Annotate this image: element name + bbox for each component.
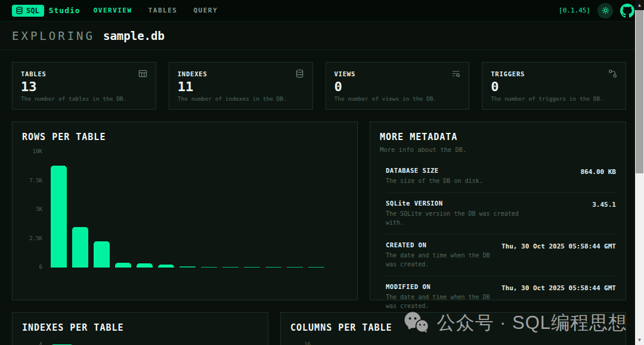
scrollbar-down-arrow[interactable]: ▼ xyxy=(635,335,644,345)
stat-cards-row: TABLES 13 The number of tables in the DB… xyxy=(12,62,626,110)
y-tick-label: 2.5K xyxy=(22,235,42,241)
chart-bar[interactable] xyxy=(265,267,281,268)
metadata-row-value: 3.45.1 xyxy=(592,200,616,227)
app-logo[interactable]: SQL Studio xyxy=(12,5,80,17)
list-search-icon xyxy=(451,69,460,78)
y-tick-label: 10K xyxy=(22,148,42,154)
rows-per-table-plot xyxy=(51,152,344,268)
top-nav: SQL Studio OVERVIEW TABLES QUERY [0.1.45… xyxy=(0,0,644,21)
nav-right: [0.1.45] xyxy=(559,3,634,18)
y-tick-label: 7.5K xyxy=(22,178,42,184)
chart-bar[interactable] xyxy=(201,267,217,268)
metadata-rows: DATABASE SIZE The size of the DB on disk… xyxy=(380,160,616,318)
metadata-row-desc: The date and time when the DB was create… xyxy=(386,293,491,310)
metadata-row-modified-on: MODIFIED ON The date and time when the D… xyxy=(386,276,616,318)
chart-bar[interactable] xyxy=(308,267,324,268)
scrollbar-up-arrow[interactable]: ▲ xyxy=(635,0,644,10)
chart-bar[interactable] xyxy=(137,263,153,268)
y-tick-label: 5K xyxy=(22,206,42,212)
rows-per-table-chart: 10K7.5K5K2.5K0 xyxy=(22,152,348,279)
chart-bar[interactable] xyxy=(179,266,196,268)
metadata-row-label: CREATED ON xyxy=(386,241,491,248)
stat-label: TRIGGERS xyxy=(491,70,525,77)
chart-bar[interactable] xyxy=(115,263,131,268)
brand-name: Studio xyxy=(49,6,80,15)
y-tick-label: 4 xyxy=(22,341,42,345)
chart-bar[interactable] xyxy=(72,227,88,268)
scrollbar-thumb[interactable] xyxy=(636,10,643,173)
chart-bar[interactable] xyxy=(244,267,260,268)
metadata-row-created-on: CREATED ON The date and time when the DB… xyxy=(386,235,616,276)
stat-card-tables: TABLES 13 The number of tables in the DB… xyxy=(12,62,156,110)
rows-per-table-card: ROWS PER TABLE 10K7.5K5K2.5K0 xyxy=(12,122,358,300)
chart-bar[interactable] xyxy=(158,265,174,268)
github-link[interactable] xyxy=(620,4,634,18)
stat-desc: The number of indexes in the DB. xyxy=(178,95,304,102)
columns-per-table-chart: 16 xyxy=(290,341,616,345)
y-tick-label: 0 xyxy=(22,264,42,270)
indexes-per-table-chart: 4 xyxy=(22,341,258,345)
stat-value: 0 xyxy=(335,80,461,94)
metadata-row-value: Thu, 30 Oct 2025 05:58:44 GMT xyxy=(501,283,616,310)
stat-desc: The number of triggers in the DB. xyxy=(491,95,617,102)
db-name: sample.db xyxy=(103,29,165,42)
metadata-row-value: Thu, 30 Oct 2025 05:58:44 GMT xyxy=(501,241,616,269)
brand-badge-label: SQL xyxy=(26,7,39,15)
metadata-row-value: 864.00 KB xyxy=(580,167,616,185)
chart-title: INDEXES PER TABLE xyxy=(22,322,258,333)
metadata-row-desc: The size of the DB on disk. xyxy=(386,176,483,185)
metadata-title: MORE METADATA xyxy=(380,132,616,142)
nav-links: OVERVIEW TABLES QUERY xyxy=(94,7,218,14)
stat-label: VIEWS xyxy=(335,70,356,77)
stat-card-triggers: TRIGGERS 0 The number of triggers in the… xyxy=(482,62,626,110)
stat-card-views: VIEWS 0 The number of views in the DB. xyxy=(326,62,470,110)
metadata-subtitle: More info about the DB. xyxy=(380,146,616,153)
chart-title: ROWS PER TABLE xyxy=(22,132,348,142)
chart-bar[interactable] xyxy=(222,267,239,268)
vertical-scrollbar[interactable]: ▲ ▼ xyxy=(635,0,644,345)
chart-bar[interactable] xyxy=(94,241,110,268)
stat-label: INDEXES xyxy=(178,70,208,77)
chart-bar[interactable] xyxy=(287,267,303,268)
workflow-icon xyxy=(608,69,617,78)
theme-toggle-button[interactable] xyxy=(597,3,613,18)
database-icon xyxy=(16,7,23,14)
metadata-row-sqlite-version: SQLite VERSION The SQLite version the DB… xyxy=(386,193,616,235)
rows-per-table-yaxis: 10K7.5K5K2.5K0 xyxy=(22,152,42,268)
page-title: EXPLORING sample.db xyxy=(0,21,644,50)
stat-value: 0 xyxy=(491,80,617,94)
page-title-eyebrow: EXPLORING xyxy=(12,29,95,42)
version-label: [0.1.45] xyxy=(559,7,590,14)
database-icon xyxy=(295,69,304,78)
nav-item-overview[interactable]: OVERVIEW xyxy=(94,7,132,14)
table-icon xyxy=(138,69,147,78)
metadata-row-database-size: DATABASE SIZE The size of the DB on disk… xyxy=(386,160,616,193)
metadata-row-label: SQLite VERSION xyxy=(386,200,529,207)
metadata-row-label: DATABASE SIZE xyxy=(386,167,483,174)
metadata-row-label: MODIFIED ON xyxy=(386,283,491,290)
columns-per-table-card: COLUMNS PER TABLE 16 xyxy=(280,312,626,345)
chart-bar[interactable] xyxy=(51,166,67,268)
metadata-row-desc: The date and time when the DB was create… xyxy=(386,251,491,269)
sql-badge: SQL xyxy=(12,5,44,17)
stat-desc: The number of tables in the DB. xyxy=(21,95,147,102)
sun-icon xyxy=(602,7,609,14)
y-tick-label: 16 xyxy=(290,341,311,345)
chart-title: COLUMNS PER TABLE xyxy=(290,322,616,333)
nav-item-tables[interactable]: TABLES xyxy=(148,7,178,14)
github-icon xyxy=(620,4,634,18)
stat-desc: The number of views in the DB. xyxy=(335,95,461,102)
metadata-row-desc: The SQLite version the DB was created wi… xyxy=(386,209,529,227)
stat-value: 11 xyxy=(178,80,304,94)
more-metadata-card: MORE METADATA More info about the DB. DA… xyxy=(370,122,626,300)
indexes-per-table-card: INDEXES PER TABLE 4 xyxy=(12,312,268,345)
stat-card-indexes: INDEXES 11 The number of indexes in the … xyxy=(169,62,313,110)
stat-label: TABLES xyxy=(21,70,47,77)
stat-value: 13 xyxy=(21,80,147,94)
nav-item-query[interactable]: QUERY xyxy=(193,7,218,14)
